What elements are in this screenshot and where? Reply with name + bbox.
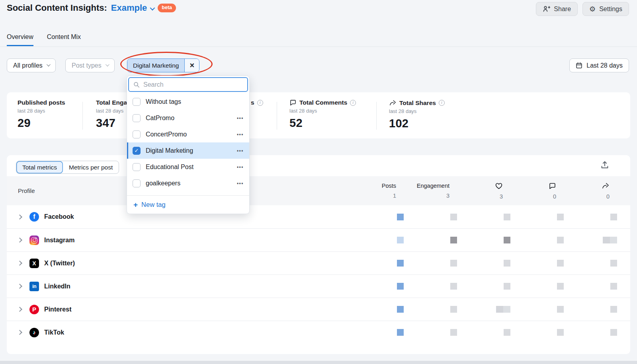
tab-overview[interactable]: Overview xyxy=(7,33,33,46)
settings-button[interactable]: ⚙ Settings xyxy=(582,2,629,16)
table-row-pinterest[interactable]: P Pinterest xyxy=(7,298,630,321)
profile-cell[interactable]: Instagram xyxy=(18,236,352,245)
tag-item-label[interactable]: Educational Post xyxy=(146,164,232,171)
tag-item-label[interactable]: Digital Marketing xyxy=(146,147,232,154)
likes-cell xyxy=(504,214,510,220)
checkbox[interactable]: ✓ xyxy=(133,163,141,171)
metric-partially-hidden: s i xyxy=(251,99,263,106)
shares-cell xyxy=(610,214,617,220)
profile-cell[interactable]: P Pinterest xyxy=(18,305,352,314)
posts-cell xyxy=(397,214,404,220)
tag-menu-dots-icon[interactable]: ••• xyxy=(237,115,244,121)
profile-name: X (Twitter) xyxy=(44,260,75,267)
checkbox[interactable]: ✓ xyxy=(133,98,141,106)
table-row-tiktok[interactable]: ♪ TikTok xyxy=(7,321,630,344)
table-header: Profile Posts 1 Engagement 3 3 0 xyxy=(7,176,630,205)
tag-item-catpromo[interactable]: ✓ CatPromo ••• xyxy=(127,110,249,126)
checkbox[interactable]: ✓ xyxy=(133,147,141,155)
column-engagement: Engagement 3 xyxy=(405,183,458,199)
engagement-cell xyxy=(450,237,457,243)
metric-total-shares: Total Shares i last 28 days 102 xyxy=(389,99,445,130)
column-shares: 0 xyxy=(565,182,618,200)
check-icon: ✓ xyxy=(135,148,139,153)
chevron-right-icon[interactable] xyxy=(17,237,22,243)
gear-icon: ⚙ xyxy=(589,6,596,13)
chevron-down-icon xyxy=(106,62,109,66)
toggle-total-metrics[interactable]: Total metrics xyxy=(16,161,63,173)
profile-cell[interactable]: X X (Twitter) xyxy=(18,259,352,268)
x-twitter-icon: X xyxy=(29,259,39,268)
post-types-filter-button[interactable]: Post types xyxy=(65,58,115,72)
remove-tag-button[interactable]: × xyxy=(184,59,199,72)
metric-title: Published posts xyxy=(18,99,65,106)
tag-menu-dots-icon[interactable]: ••• xyxy=(237,181,244,186)
shares-cell xyxy=(610,306,617,313)
comments-cell xyxy=(557,237,564,243)
chevron-down-icon xyxy=(150,5,155,10)
tag-menu-dots-icon[interactable]: ••• xyxy=(237,148,244,154)
tag-menu-dots-icon[interactable]: ••• xyxy=(237,164,244,170)
toggle-metrics-per-post[interactable]: Metrics per post xyxy=(63,161,119,173)
engagement-cell xyxy=(450,260,457,267)
info-icon[interactable]: i xyxy=(257,100,263,106)
tag-item-concertpromo[interactable]: ✓ ConcertPromo ••• xyxy=(127,126,249,142)
chevron-right-icon[interactable] xyxy=(17,261,22,266)
tab-content-mix[interactable]: Content Mix xyxy=(47,33,81,46)
engagement-column-total: 3 xyxy=(446,193,449,199)
page-header: Social Content Insights: Example beta xyxy=(7,3,176,13)
table-row-x-twitter[interactable]: X X (Twitter) xyxy=(7,251,630,274)
new-tag-button[interactable]: + New tag xyxy=(127,195,249,214)
share-button[interactable]: Share xyxy=(536,2,578,16)
profile-cell[interactable]: in LinkedIn xyxy=(18,282,352,291)
likes-cell xyxy=(504,260,510,267)
table-row-facebook[interactable]: f Facebook xyxy=(7,205,630,228)
project-name[interactable]: Example xyxy=(111,3,147,13)
metrics-summary-card: Published posts last 28 days 29 Total En… xyxy=(7,92,630,138)
checkbox[interactable]: ✓ xyxy=(133,130,141,138)
date-range-button[interactable]: Last 28 days xyxy=(569,58,629,72)
tag-item-label[interactable]: goalkeepers xyxy=(146,180,232,187)
export-button[interactable] xyxy=(600,160,610,170)
profile-name: TikTok xyxy=(44,329,64,336)
profile-cell[interactable]: ♪ TikTok xyxy=(18,328,352,337)
tag-item-digital-marketing[interactable]: ✓ Digital Marketing ••• xyxy=(127,142,249,159)
checkbox[interactable]: ✓ xyxy=(133,114,141,122)
tag-item-label[interactable]: CatPromo xyxy=(146,115,232,122)
metric-subtitle: last 28 days xyxy=(289,108,356,114)
tag-search-box[interactable] xyxy=(128,77,248,92)
metric-title-fragment: s xyxy=(251,99,254,106)
chevron-right-icon[interactable] xyxy=(17,284,22,289)
posts-cell xyxy=(397,237,404,243)
tag-item-goalkeepers[interactable]: ✓ goalkeepers ••• xyxy=(127,175,249,191)
project-selector[interactable]: Example xyxy=(111,3,154,13)
column-likes: 3 xyxy=(458,182,512,200)
chevron-right-icon[interactable] xyxy=(17,330,22,335)
tag-item-label[interactable]: ConcertPromo xyxy=(146,131,232,138)
tag-item-educational-post[interactable]: ✓ Educational Post ••• xyxy=(127,159,249,175)
linkedin-icon: in xyxy=(29,282,39,291)
selected-tag-chip[interactable]: Digital Marketing × xyxy=(127,58,199,72)
table-row-linkedin[interactable]: in LinkedIn xyxy=(7,274,630,298)
page-title: Social Content Insights: xyxy=(7,3,107,13)
comment-icon xyxy=(289,99,297,106)
tag-item-without-tags[interactable]: ✓ Without tags xyxy=(127,93,249,110)
selected-tag-label[interactable]: Digital Marketing xyxy=(127,59,184,72)
chevron-right-icon[interactable] xyxy=(17,307,22,312)
tag-menu-dots-icon[interactable]: ••• xyxy=(237,132,244,137)
metric-published-posts: Published posts last 28 days 29 xyxy=(18,99,65,130)
checkbox[interactable]: ✓ xyxy=(133,179,141,187)
engagement-column-label: Engagement xyxy=(417,183,449,189)
tag-item-label[interactable]: Without tags xyxy=(146,98,244,105)
posts-cell xyxy=(397,329,404,336)
chevron-right-icon[interactable] xyxy=(17,214,22,220)
tabs-divider xyxy=(0,47,637,47)
comments-cell xyxy=(557,260,564,267)
info-icon[interactable]: i xyxy=(350,100,356,106)
posts-cell xyxy=(397,306,404,313)
top-actions: Share ⚙ Settings xyxy=(536,2,629,16)
table-row-instagram[interactable]: Instagram xyxy=(7,228,630,251)
profiles-filter-button[interactable]: All profiles xyxy=(7,58,56,72)
metrics-toggle: Total metrics Metrics per post xyxy=(16,161,119,174)
tag-search-input[interactable] xyxy=(143,81,243,88)
info-icon[interactable]: i xyxy=(439,100,445,106)
